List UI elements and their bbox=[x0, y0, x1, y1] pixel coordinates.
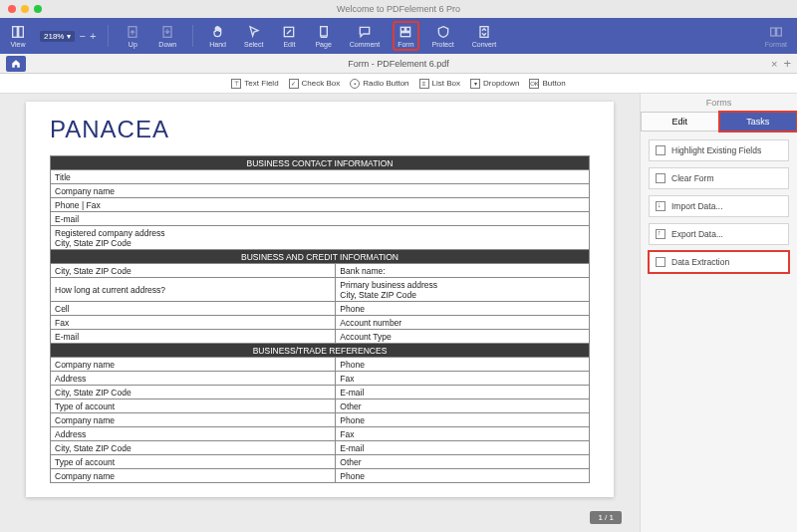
side-tab-tasks[interactable]: Tasks bbox=[719, 112, 798, 132]
close-tab-button[interactable]: × bbox=[771, 58, 777, 70]
side-panel-header: Forms bbox=[641, 94, 797, 112]
text-field-tool[interactable]: ⊤Text Field bbox=[231, 79, 278, 89]
form-table: BUSINESS CONTACT INFORMATION Title Compa… bbox=[50, 155, 590, 483]
task-highlight-fields[interactable]: Highlight Existing Fields bbox=[649, 139, 789, 161]
button-icon: OK bbox=[529, 79, 539, 89]
zoom-out-button[interactable]: − bbox=[79, 30, 85, 42]
button-tool[interactable]: OKButton bbox=[529, 79, 565, 89]
extract-icon bbox=[656, 257, 665, 267]
minimize-window-button[interactable] bbox=[21, 5, 29, 13]
select-button[interactable]: Select bbox=[240, 22, 267, 50]
window-titlebar: Welcome to PDFelement 6 Pro bbox=[0, 0, 797, 18]
side-panel-tabs: Edit Tasks bbox=[641, 112, 797, 132]
task-clear-form[interactable]: Clear Form bbox=[649, 167, 789, 189]
side-tab-edit[interactable]: Edit bbox=[641, 112, 719, 132]
document-viewport[interactable]: PANACEA BUSINESS CONTACT INFORMATION Tit… bbox=[0, 94, 640, 532]
maximize-window-button[interactable] bbox=[34, 5, 42, 13]
svg-rect-6 bbox=[401, 27, 405, 31]
view-button[interactable]: View bbox=[6, 22, 30, 50]
down-button[interactable]: Down bbox=[154, 22, 180, 50]
check-box-icon: ✓ bbox=[289, 79, 299, 89]
svg-rect-1 bbox=[19, 27, 24, 38]
task-export-data[interactable]: Export Data... bbox=[649, 223, 789, 245]
protect-button[interactable]: Protect bbox=[428, 22, 458, 50]
list-box-tool[interactable]: ≡List Box bbox=[419, 79, 460, 89]
svg-rect-10 bbox=[771, 28, 776, 36]
window-title: Welcome to PDFelement 6 Pro bbox=[0, 4, 797, 14]
format-button[interactable]: Format bbox=[761, 22, 791, 50]
document-tabbar: Form - PDFelement 6.pdf × + bbox=[0, 54, 797, 74]
page-indicator: 1 / 1 bbox=[590, 511, 622, 524]
pdf-page: PANACEA BUSINESS CONTACT INFORMATION Tit… bbox=[26, 102, 614, 497]
svg-rect-11 bbox=[777, 28, 782, 36]
form-field-toolbar: ⊤Text Field ✓Check Box •Radio Button ≡Li… bbox=[0, 74, 797, 94]
export-icon bbox=[656, 229, 665, 239]
task-data-extraction[interactable]: Data Extraction bbox=[649, 251, 789, 273]
svg-rect-8 bbox=[401, 33, 410, 37]
import-icon bbox=[656, 201, 665, 211]
main-toolbar: View 218% ▾ − + Up Down Hand Select Edit… bbox=[0, 18, 797, 54]
check-box-tool[interactable]: ✓Check Box bbox=[289, 79, 341, 89]
form-button[interactable]: Form bbox=[394, 22, 417, 50]
dropdown-tool[interactable]: ▾Dropdown bbox=[470, 79, 519, 89]
main-area: PANACEA BUSINESS CONTACT INFORMATION Tit… bbox=[0, 94, 797, 532]
zoom-in-button[interactable]: + bbox=[90, 30, 96, 42]
chevron-down-icon: ▾ bbox=[67, 32, 71, 41]
page-button[interactable]: Page bbox=[311, 22, 335, 50]
convert-button[interactable]: Convert bbox=[468, 22, 501, 50]
home-button[interactable] bbox=[6, 56, 26, 72]
text-field-icon: ⊤ bbox=[231, 79, 241, 89]
task-import-data[interactable]: Import Data... bbox=[649, 195, 789, 217]
clear-icon bbox=[656, 173, 665, 183]
svg-rect-5 bbox=[320, 27, 327, 36]
up-button[interactable]: Up bbox=[121, 22, 144, 50]
side-panel: Forms Edit Tasks Highlight Existing Fiel… bbox=[640, 94, 797, 532]
svg-rect-0 bbox=[13, 27, 18, 38]
traffic-lights bbox=[8, 5, 42, 13]
svg-rect-7 bbox=[406, 27, 410, 31]
document-tab-title[interactable]: Form - PDFelement 6.pdf bbox=[26, 59, 771, 69]
hand-button[interactable]: Hand bbox=[205, 22, 230, 50]
edit-button[interactable]: Edit bbox=[277, 22, 301, 50]
tasks-list: Highlight Existing Fields Clear Form Imp… bbox=[641, 132, 797, 281]
radio-button-tool[interactable]: •Radio Button bbox=[350, 79, 408, 89]
dropdown-icon: ▾ bbox=[470, 79, 480, 89]
document-heading: PANACEA bbox=[50, 116, 590, 143]
zoom-level-select[interactable]: 218% ▾ bbox=[40, 31, 75, 42]
new-tab-button[interactable]: + bbox=[783, 56, 791, 71]
highlight-icon bbox=[656, 145, 665, 155]
radio-button-icon: • bbox=[350, 79, 360, 89]
comment-button[interactable]: Comment bbox=[346, 22, 384, 50]
close-window-button[interactable] bbox=[8, 5, 16, 13]
zoom-group: 218% ▾ − + bbox=[40, 30, 96, 42]
list-box-icon: ≡ bbox=[419, 79, 429, 89]
